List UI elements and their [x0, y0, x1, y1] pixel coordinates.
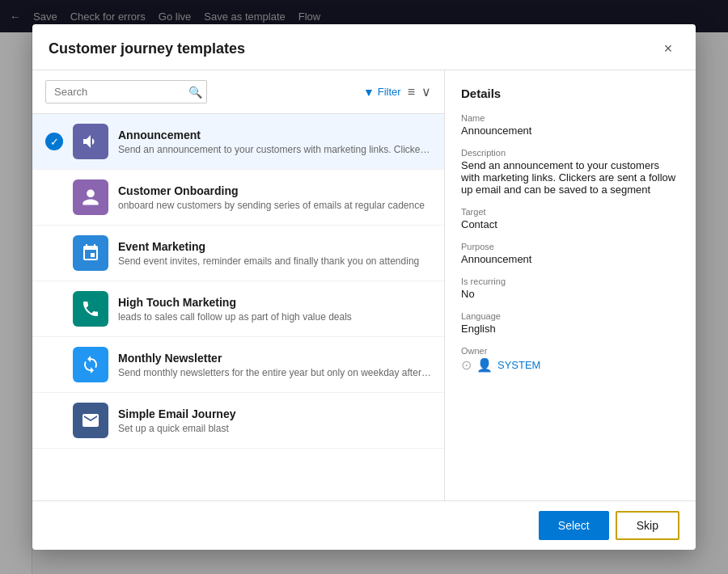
sort-chevron-icon[interactable]: ∨ — [421, 84, 431, 99]
name-label: Name — [461, 113, 679, 123]
template-item-event[interactable]: Event Marketing Send event invites, remi… — [32, 226, 444, 281]
check-circle-icon: ✓ — [45, 133, 63, 150]
template-name-hightouch: High Touch Marketing — [118, 296, 431, 309]
name-value: Announcement — [461, 125, 679, 137]
template-desc-event: Send event invites, reminder emails and … — [118, 255, 431, 267]
template-desc-hightouch: leads to sales call follow up as part of… — [118, 311, 431, 323]
search-input-wrap: 🔍 — [45, 80, 207, 103]
description-label: Description — [461, 148, 679, 158]
newsletter-icon — [73, 347, 108, 382]
modal-body: 🔍 ▼ Filter ≡ ∨ ✓ — [32, 70, 696, 500]
purpose-label: Purpose — [461, 242, 679, 251]
onboarding-icon — [73, 179, 108, 215]
template-info-simple-email: Simple Email Journey Set up a quick emai… — [118, 407, 431, 434]
announcement-icon — [73, 124, 108, 159]
template-info-event: Event Marketing Send event invites, remi… — [118, 240, 431, 267]
detail-language-field: Language English — [461, 311, 679, 335]
owner-label: Owner — [461, 346, 679, 356]
modal-header: Customer journey templates × — [32, 24, 696, 70]
filter-area: ▼ Filter ≡ ∨ — [363, 84, 431, 99]
filter-label: Filter — [378, 86, 401, 98]
details-title: Details — [461, 87, 679, 100]
template-item-newsletter[interactable]: Monthly Newsletter Send monthly newslett… — [32, 337, 444, 393]
template-info-onboarding: Customer Onboarding onboard new customer… — [118, 184, 431, 211]
modal-footer: Select Skip — [32, 500, 696, 550]
template-desc-announcement: Send an announcement to your customers w… — [118, 144, 431, 155]
simple-email-icon — [73, 403, 108, 438]
template-name-onboarding: Customer Onboarding — [118, 184, 431, 197]
target-label: Target — [461, 207, 679, 217]
purpose-value: Announcement — [461, 253, 679, 265]
detail-owner-field: Owner ⊙ 👤 SYSTEM — [461, 346, 679, 373]
template-desc-simple-email: Set up a quick email blast — [118, 423, 431, 434]
left-panel: 🔍 ▼ Filter ≡ ∨ ✓ — [32, 70, 445, 500]
description-value: Send an announcement to your customers w… — [461, 159, 679, 196]
owner-circle-icon: ⊙ — [461, 357, 472, 373]
event-icon — [73, 235, 108, 271]
modal-title: Customer journey templates — [49, 40, 245, 57]
template-info-newsletter: Monthly Newsletter Send monthly newslett… — [118, 352, 431, 378]
template-name-newsletter: Monthly Newsletter — [118, 352, 431, 365]
select-button[interactable]: Select — [539, 511, 609, 540]
right-panel: Details Name Announcement Description Se… — [445, 70, 696, 500]
template-name-event: Event Marketing — [118, 240, 431, 253]
search-icon[interactable]: 🔍 — [188, 86, 202, 99]
language-label: Language — [461, 311, 679, 321]
template-list: ✓ Announcement Send an announcement to y… — [32, 114, 444, 500]
detail-purpose-field: Purpose Announcement — [461, 242, 679, 265]
modal-overlay: Customer journey templates × 🔍 ▼ Filter — [0, 0, 728, 574]
template-desc-onboarding: onboard new customers by sending series … — [118, 200, 431, 211]
template-info-hightouch: High Touch Marketing leads to sales call… — [118, 296, 431, 323]
template-desc-newsletter: Send monthly newsletters for the entire … — [118, 367, 431, 378]
detail-description-field: Description Send an announcement to your… — [461, 148, 679, 196]
filter-icon: ▼ — [363, 86, 375, 99]
template-item-announcement[interactable]: ✓ Announcement Send an announcement to y… — [32, 114, 444, 170]
hightouch-icon — [73, 291, 108, 327]
template-name-announcement: Announcement — [118, 129, 431, 141]
skip-button[interactable]: Skip — [616, 511, 679, 540]
language-value: English — [461, 323, 679, 335]
close-button[interactable]: × — [657, 37, 679, 60]
template-item-onboarding[interactable]: Customer Onboarding onboard new customer… — [32, 170, 444, 226]
template-item-simple-email[interactable]: Simple Email Journey Set up a quick emai… — [32, 393, 444, 449]
search-bar: 🔍 ▼ Filter ≡ ∨ — [32, 70, 444, 114]
template-item-hightouch[interactable]: High Touch Marketing leads to sales call… — [32, 281, 444, 337]
search-input[interactable] — [45, 80, 207, 103]
detail-recurring-field: Is recurring No — [461, 276, 679, 300]
owner-row: ⊙ 👤 SYSTEM — [461, 357, 679, 373]
recurring-value: No — [461, 288, 679, 300]
template-info-announcement: Announcement Send an announcement to you… — [118, 129, 431, 155]
template-name-simple-email: Simple Email Journey — [118, 407, 431, 420]
modal-dialog: Customer journey templates × 🔍 ▼ Filter — [32, 24, 696, 550]
owner-value[interactable]: SYSTEM — [497, 359, 540, 371]
target-value: Contact — [461, 218, 679, 230]
recurring-label: Is recurring — [461, 276, 679, 286]
detail-name-field: Name Announcement — [461, 113, 679, 137]
owner-person-icon: 👤 — [476, 357, 493, 373]
detail-target-field: Target Contact — [461, 207, 679, 230]
sort-button[interactable]: ≡ — [408, 85, 415, 99]
filter-button[interactable]: ▼ Filter — [363, 86, 401, 99]
